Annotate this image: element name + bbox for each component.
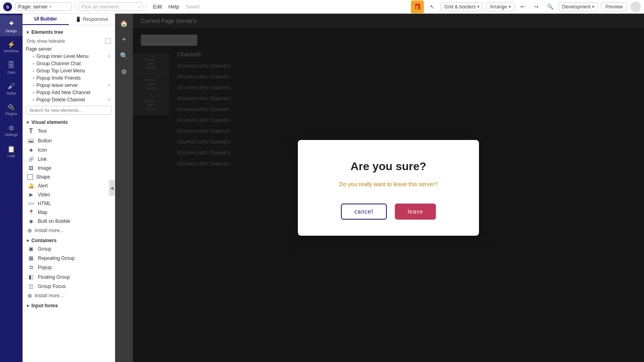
element-shape[interactable]: Shape <box>23 173 115 181</box>
settings-label: Settings <box>5 133 18 137</box>
bubble-logo[interactable]: b <box>3 2 12 11</box>
install-more-containers[interactable]: ⊕ Install more... <box>23 291 115 300</box>
tree-header-label: Elements tree <box>31 29 63 35</box>
element-html[interactable]: </> HTML <box>23 199 115 208</box>
tree-collapse-toggle[interactable]: ▼ <box>26 30 30 35</box>
search-button[interactable]: 🔍 <box>545 2 555 12</box>
tree-item-5[interactable]: + Popup Add New Channel <box>23 89 115 96</box>
search-elements-input[interactable] <box>26 106 111 115</box>
bubble-built-icon: ◉ <box>27 218 35 224</box>
tree-item-6[interactable]: + Popup Delete Channel 👁 <box>23 96 115 103</box>
alert-icon: 🔔 <box>27 183 35 189</box>
design-label: Design <box>6 29 17 33</box>
element-alert[interactable]: 🔔 Alert <box>23 181 115 190</box>
group-icon: ▣ <box>27 246 35 252</box>
element-image[interactable]: 🖼 Image <box>23 164 115 173</box>
tree-item-page-server[interactable]: Page server <box>23 45 115 53</box>
image-icon: 🖼 <box>27 165 35 171</box>
panel-content: ▼ Elements tree Only show hideable Page … <box>23 25 115 362</box>
add-tool[interactable]: + <box>118 33 130 46</box>
tree-item-label-1: Group Channel Chat <box>36 61 80 66</box>
plus-icon-4: + <box>32 83 35 88</box>
element-floating-group[interactable]: ◧ Floating Group <box>23 272 115 282</box>
visual-elements-header: ▼ Visual elements <box>23 117 115 126</box>
search-tool[interactable]: 🔍 <box>118 49 130 62</box>
input-forms-header: ▼ Input forms <box>23 300 115 309</box>
sidebar-item-styles[interactable]: 🖌 Styles <box>0 78 23 99</box>
cursor-icon[interactable]: ↖ <box>427 2 438 12</box>
visual-elements-toggle[interactable]: ▼ <box>26 120 30 125</box>
topbar-divider-1 <box>75 3 75 11</box>
sidebar-item-workflow[interactable]: ⚡ Workflow <box>0 36 23 57</box>
element-link[interactable]: 🔗 Link <box>23 155 115 164</box>
group-focus-icon: ◫ <box>27 283 35 289</box>
element-group[interactable]: ▣ Group <box>23 244 115 253</box>
main-layout: ✦ Design ⚡ Workflow 🗄 Data 🖌 Styles 🔌 Pl… <box>0 14 644 362</box>
element-built-on-bubble[interactable]: ◉ Built on Bubble <box>23 217 115 226</box>
tree-item-0[interactable]: + Group Inner Level Menu 👁 <box>23 53 115 60</box>
install-more-visual[interactable]: ⊕ Install more... <box>23 226 115 235</box>
only-hideable-checkbox[interactable] <box>105 38 111 44</box>
element-popup[interactable]: ⧉ Popup <box>23 263 115 272</box>
logs-icon: 📋 <box>7 145 15 153</box>
modal-title: Are you sure? <box>314 160 463 173</box>
page-selector[interactable]: Page: server ▾ <box>15 2 72 11</box>
map-icon: 📍 <box>27 210 35 215</box>
arrange-label: Arrange <box>490 4 507 10</box>
tree-item-3[interactable]: + Popup Invite Friends <box>23 74 115 82</box>
development-button[interactable]: Development ▾ <box>559 2 598 11</box>
preview-button[interactable]: Preview <box>601 2 627 11</box>
redo-button[interactable]: ↪ <box>531 2 542 12</box>
user-avatar[interactable] <box>630 2 641 12</box>
eye-icon-0: 👁 <box>107 54 111 59</box>
element-map[interactable]: 📍 Map <box>23 208 115 217</box>
sidebar-item-settings[interactable]: ⚙ Settings <box>0 120 23 141</box>
plus-icon-6: + <box>32 97 35 102</box>
tree-item-1[interactable]: + Group Channel Chat <box>23 60 115 67</box>
sidebar-item-plugins[interactable]: 🔌 Plugins <box>0 99 23 120</box>
plus-install-icon-2: ⊕ <box>27 292 32 299</box>
input-forms-toggle[interactable]: ▼ <box>26 304 30 308</box>
element-button[interactable]: ▬ Button <box>23 136 115 145</box>
topbar: b Page: server ▾ Pick an element... ▾ Ed… <box>0 0 644 14</box>
sidebar-item-data[interactable]: 🗄 Data <box>0 57 23 78</box>
sidebar-item-logs[interactable]: 📋 Logs <box>0 141 23 162</box>
undo-button[interactable]: ↩ <box>518 2 528 12</box>
element-group-focus[interactable]: ◫ Group Focus <box>23 282 115 291</box>
development-label: Development <box>562 4 591 10</box>
tab-ui-builder[interactable]: UI Builder <box>23 14 69 25</box>
plugins-icon: 🔌 <box>7 103 15 111</box>
arrange-button[interactable]: Arrange ▾ <box>486 2 514 11</box>
pick-element-label: Pick an element... <box>81 4 123 10</box>
settings-tool[interactable]: ⚙ <box>118 65 130 78</box>
panel-tabs: UI Builder 📱 Responsive <box>23 14 115 25</box>
tree-item-2[interactable]: + Group Top Level Menu <box>23 67 115 74</box>
containers-toggle[interactable]: ▼ <box>26 239 30 243</box>
page-selector-label: Page: server <box>18 4 48 10</box>
gift-button[interactable]: 🎁 <box>411 0 424 13</box>
sidebar-item-design[interactable]: ✦ Design <box>0 15 23 36</box>
chevron-down-icon-4: ▾ <box>509 4 511 9</box>
element-text[interactable]: T Text <box>23 126 115 136</box>
modal-leave-button[interactable]: leave <box>395 204 436 220</box>
workflow-label: Workflow <box>4 49 19 53</box>
panel-collapse-button[interactable]: ◀ <box>109 180 115 196</box>
tree-item-label-0: Group Inner Level Menu <box>36 53 88 59</box>
popup-icon: ⧉ <box>27 264 35 271</box>
grid-borders-label: Grid & borders <box>444 4 476 10</box>
tab-responsive[interactable]: 📱 Responsive <box>69 14 115 25</box>
modal-cancel-button[interactable]: cancel <box>341 204 387 220</box>
topbar-divider-2 <box>146 3 147 11</box>
help-menu[interactable]: Help <box>168 4 179 10</box>
home-tool[interactable]: 🏠 <box>118 17 130 30</box>
edit-menu[interactable]: Edit <box>153 4 162 10</box>
plus-icon-3: + <box>32 76 35 80</box>
workflow-icon: ⚡ <box>7 41 15 48</box>
floating-group-icon: ◧ <box>27 274 35 280</box>
grid-borders-button[interactable]: Grid & borders ▾ <box>441 2 483 11</box>
pick-element-dropdown[interactable]: Pick an element... ▾ <box>78 2 143 11</box>
element-video[interactable]: ▶ Video <box>23 190 115 199</box>
element-repeating-group[interactable]: ▦ Repeating Group <box>23 253 115 263</box>
element-icon[interactable]: ★ Icon <box>23 145 115 155</box>
tree-item-4[interactable]: + Popup leave server 👁 <box>23 82 115 89</box>
